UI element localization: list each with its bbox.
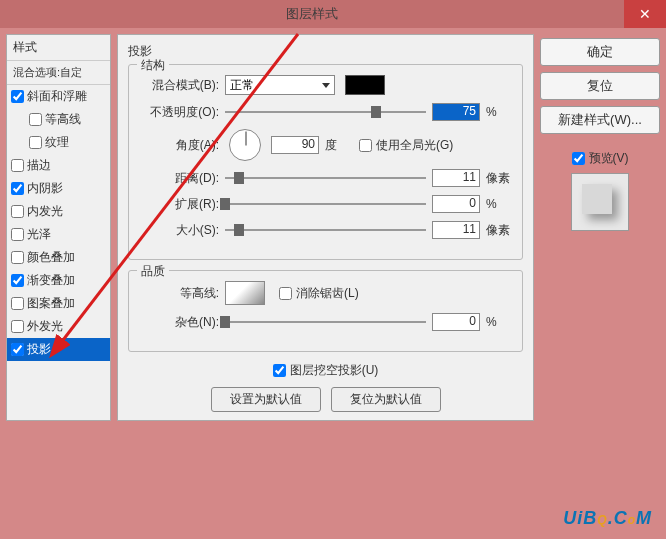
spread-unit: % [486, 197, 514, 211]
angle-unit: 度 [325, 137, 353, 154]
style-checkbox[interactable] [29, 113, 42, 126]
noise-unit: % [486, 315, 514, 329]
preview-checkbox[interactable]: 预览(V) [572, 150, 629, 167]
style-item-1[interactable]: 等高线 [7, 108, 110, 131]
style-item-label: 描边 [27, 157, 51, 174]
style-item-11[interactable]: 投影 [7, 338, 110, 361]
style-list-header: 样式 [7, 35, 110, 61]
style-checkbox[interactable] [11, 228, 24, 241]
make-default-button[interactable]: 设置为默认值 [211, 387, 321, 412]
style-item-0[interactable]: 斜面和浮雕 [7, 85, 110, 108]
style-item-label: 渐变叠加 [27, 272, 75, 289]
distance-slider[interactable] [225, 171, 426, 185]
style-checkbox[interactable] [11, 205, 24, 218]
style-item-10[interactable]: 外发光 [7, 315, 110, 338]
style-item-label: 纹理 [45, 134, 69, 151]
ok-button[interactable]: 确定 [540, 38, 660, 66]
shadow-color-swatch[interactable] [345, 75, 385, 95]
noise-label: 杂色(N): [137, 314, 219, 331]
settings-panel: 投影 结构 混合模式(B): 正常 不透明度(O): 75 % 角度(A): 9… [117, 34, 534, 421]
spread-slider[interactable] [225, 197, 426, 211]
structure-legend: 结构 [137, 57, 169, 74]
opacity-input[interactable]: 75 [432, 103, 480, 121]
style-item-label: 投影 [27, 341, 51, 358]
section-title: 投影 [128, 43, 523, 60]
close-button[interactable]: ✕ [624, 0, 666, 28]
style-item-9[interactable]: 图案叠加 [7, 292, 110, 315]
style-item-label: 斜面和浮雕 [27, 88, 87, 105]
preview-swatch [571, 173, 629, 231]
new-style-button[interactable]: 新建样式(W)... [540, 106, 660, 134]
size-input[interactable]: 11 [432, 221, 480, 239]
style-item-label: 等高线 [45, 111, 81, 128]
blend-mode-label: 混合模式(B): [137, 77, 219, 94]
noise-input[interactable]: 0 [432, 313, 480, 331]
contour-label: 等高线: [137, 285, 219, 302]
style-item-5[interactable]: 内发光 [7, 200, 110, 223]
cancel-button[interactable]: 复位 [540, 72, 660, 100]
spread-input[interactable]: 0 [432, 195, 480, 213]
reset-default-button[interactable]: 复位为默认值 [331, 387, 441, 412]
style-item-label: 图案叠加 [27, 295, 75, 312]
style-item-6[interactable]: 光泽 [7, 223, 110, 246]
dialog-title: 图层样式 [0, 5, 624, 23]
style-checkbox[interactable] [11, 182, 24, 195]
blend-mode-select[interactable]: 正常 [225, 75, 335, 95]
opacity-unit: % [486, 105, 514, 119]
angle-input[interactable]: 90 [271, 136, 319, 154]
style-checkbox[interactable] [11, 297, 24, 310]
style-item-label: 外发光 [27, 318, 63, 335]
size-unit: 像素 [486, 222, 514, 239]
style-checkbox[interactable] [29, 136, 42, 149]
style-checkbox[interactable] [11, 159, 24, 172]
right-panel: 确定 复位 新建样式(W)... 预览(V) [540, 34, 660, 421]
size-label: 大小(S): [137, 222, 219, 239]
style-item-8[interactable]: 渐变叠加 [7, 269, 110, 292]
titlebar: 图层样式 ✕ [0, 0, 666, 28]
knockout-checkbox[interactable]: 图层挖空投影(U) [128, 362, 523, 379]
contour-picker[interactable] [225, 281, 265, 305]
style-item-label: 光泽 [27, 226, 51, 243]
style-item-label: 颜色叠加 [27, 249, 75, 266]
noise-slider[interactable] [225, 315, 426, 329]
distance-input[interactable]: 11 [432, 169, 480, 187]
blend-options-header[interactable]: 混合选项:自定 [7, 61, 110, 85]
style-checkbox[interactable] [11, 343, 24, 356]
opacity-label: 不透明度(O): [137, 104, 219, 121]
style-item-7[interactable]: 颜色叠加 [7, 246, 110, 269]
style-item-2[interactable]: 纹理 [7, 131, 110, 154]
quality-fieldset: 品质 等高线: 消除锯齿(L) 杂色(N): 0 % [128, 270, 523, 352]
structure-fieldset: 结构 混合模式(B): 正常 不透明度(O): 75 % 角度(A): 90 度… [128, 64, 523, 260]
style-item-label: 内发光 [27, 203, 63, 220]
anti-alias-checkbox[interactable]: 消除锯齿(L) [279, 285, 359, 302]
angle-label: 角度(A): [137, 137, 219, 154]
style-checkbox[interactable] [11, 251, 24, 264]
style-item-4[interactable]: 内阴影 [7, 177, 110, 200]
watermark: UiBQ.CoM [563, 508, 652, 529]
style-item-3[interactable]: 描边 [7, 154, 110, 177]
style-checkbox[interactable] [11, 274, 24, 287]
dialog-content: 样式 混合选项:自定 斜面和浮雕等高线纹理描边内阴影内发光光泽颜色叠加渐变叠加图… [0, 28, 666, 427]
style-list-panel: 样式 混合选项:自定 斜面和浮雕等高线纹理描边内阴影内发光光泽颜色叠加渐变叠加图… [6, 34, 111, 421]
style-item-label: 内阴影 [27, 180, 63, 197]
global-light-checkbox[interactable]: 使用全局光(G) [359, 137, 453, 154]
style-list: 斜面和浮雕等高线纹理描边内阴影内发光光泽颜色叠加渐变叠加图案叠加外发光投影 [7, 85, 110, 361]
angle-dial[interactable] [229, 129, 261, 161]
opacity-slider[interactable] [225, 105, 426, 119]
distance-label: 距离(D): [137, 170, 219, 187]
style-checkbox[interactable] [11, 320, 24, 333]
spread-label: 扩展(R): [137, 196, 219, 213]
style-checkbox[interactable] [11, 90, 24, 103]
size-slider[interactable] [225, 223, 426, 237]
quality-legend: 品质 [137, 263, 169, 280]
distance-unit: 像素 [486, 170, 514, 187]
